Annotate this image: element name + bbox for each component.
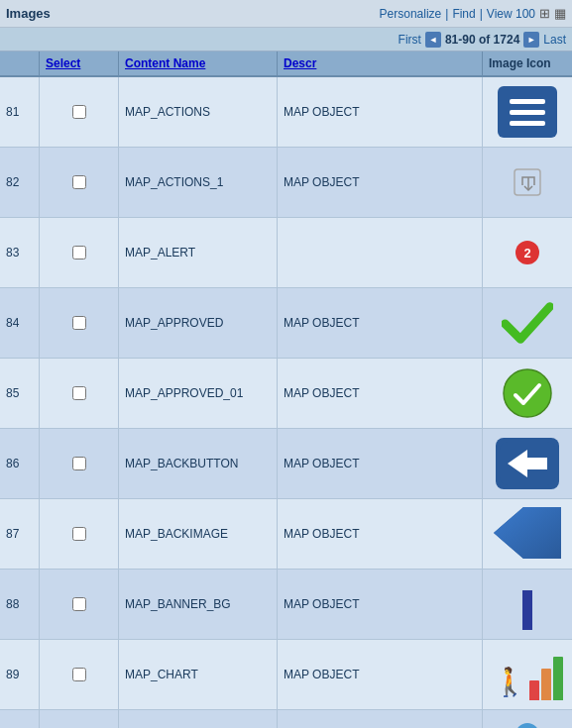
table-row: 87MAP_BACKIMAGEMAP OBJECT: [0, 499, 572, 570]
cell-select: [40, 77, 119, 147]
cell-descr: [278, 218, 483, 287]
cell-content-name: MAP_BACKBUTTON: [119, 429, 278, 498]
row-number: 82: [6, 175, 19, 189]
select-checkbox[interactable]: [72, 175, 86, 189]
cell-image-icon: [483, 288, 572, 358]
cell-select: [40, 710, 119, 728]
col-select: Select: [40, 52, 119, 75]
banner-icon: [522, 578, 532, 630]
descr-value: MAP OBJECT: [284, 386, 359, 400]
header-links: Personalize | Find | View 100 ⊞ ▦: [380, 6, 566, 21]
cell-select: [40, 288, 119, 358]
cell-select: [40, 499, 119, 569]
cell-descr: MAP OBJECT: [278, 640, 483, 709]
cell-image-icon: [483, 570, 572, 639]
next-button[interactable]: ►: [523, 32, 539, 48]
content-name-value: MAP_BANNER_BG: [125, 597, 231, 611]
select-checkbox[interactable]: [72, 316, 86, 330]
column-header-row: Select Content Name Descr Image Icon: [0, 52, 572, 77]
select-checkbox[interactable]: [72, 668, 86, 681]
row-number: 83: [6, 246, 19, 260]
svg-rect-0: [515, 169, 540, 195]
table-row: 84MAP_APPROVEDMAP OBJECT: [0, 288, 572, 359]
cell-descr: MAP OBJECT: [278, 570, 483, 639]
cell-image-icon: [483, 499, 572, 569]
back-image-icon: [494, 507, 561, 562]
content-name-value: MAP_BACKBUTTON: [125, 457, 238, 470]
cell-descr: MAP OBJECT: [278, 359, 483, 428]
top-header: Images Personalize | Find | View 100 ⊞ ▦: [0, 0, 572, 28]
view-link[interactable]: View 100: [487, 7, 535, 21]
prev-button[interactable]: ◄: [425, 32, 441, 48]
col-content-name-link[interactable]: Content Name: [125, 56, 205, 70]
cell-num: 88: [0, 570, 40, 639]
descr-value: MAP OBJECT: [284, 597, 359, 611]
cell-image-icon: [483, 710, 572, 728]
cell-select: [40, 218, 119, 287]
table-icon: ▦: [554, 6, 566, 21]
cell-select: [40, 429, 119, 498]
select-checkbox[interactable]: [72, 527, 86, 541]
descr-value: MAP OBJECT: [284, 316, 359, 330]
row-number: 84: [6, 316, 19, 330]
grid-icon: ⊞: [539, 6, 550, 21]
alert-icon: 2: [515, 241, 539, 264]
last-link[interactable]: Last: [543, 33, 566, 47]
cell-num: 87: [0, 499, 40, 569]
col-content-name: Content Name: [119, 52, 278, 75]
content-name-value: MAP_ALERT: [125, 246, 195, 260]
content-name-value: MAP_CHART: [125, 668, 198, 681]
svg-rect-5: [525, 458, 547, 469]
page-title: Images: [6, 6, 51, 21]
cell-image-icon: [483, 77, 572, 147]
table-row: 86MAP_BACKBUTTONMAP OBJECT: [0, 429, 572, 499]
checkmark-circle-icon: [502, 367, 553, 419]
col-descr-link[interactable]: Descr: [284, 56, 316, 70]
cell-content-name: MAP_DELGATE: [119, 710, 278, 728]
cell-image-icon: [483, 148, 572, 217]
row-number: 81: [6, 105, 19, 119]
cell-num: 81: [0, 77, 40, 147]
content-name-value: MAP_APPROVED_01: [125, 386, 243, 400]
select-checkbox[interactable]: [72, 246, 86, 260]
content-name-value: MAP_ACTIONS: [125, 105, 210, 119]
cell-image-icon: 2: [483, 218, 572, 287]
cell-content-name: MAP_APPROVED_01: [119, 359, 278, 428]
cell-content-name: MAP_BACKIMAGE: [119, 499, 278, 569]
table-row: 85MAP_APPROVED_01MAP OBJECT: [0, 359, 572, 429]
cell-descr: MAP OBJECT: [278, 288, 483, 358]
table-row: 82MAP_ACTIONS_1MAP OBJECT: [0, 148, 572, 218]
export-icon: [510, 164, 545, 200]
cell-content-name: MAP_ACTIONS_1: [119, 148, 278, 217]
first-link[interactable]: First: [399, 33, 421, 47]
select-checkbox[interactable]: [72, 386, 86, 400]
content-name-value: MAP_APPROVED: [125, 316, 223, 330]
select-checkbox[interactable]: [72, 105, 86, 119]
cell-select: [40, 570, 119, 639]
back-button-icon: [496, 438, 559, 489]
page-range: 81-90 of 1724: [445, 33, 519, 47]
svg-marker-7: [494, 507, 561, 559]
cell-image-icon: 🚶: [483, 640, 572, 709]
table-body: 81MAP_ACTIONSMAP OBJECT82MAP_ACTIONS_1MA…: [0, 77, 572, 728]
cell-select: [40, 359, 119, 428]
cell-content-name: MAP_ALERT: [119, 218, 278, 287]
table-row: 81MAP_ACTIONSMAP OBJECT: [0, 77, 572, 148]
content-name-value: MAP_ACTIONS_1: [125, 175, 223, 189]
select-checkbox[interactable]: [72, 597, 86, 611]
cell-content-name: MAP_BANNER_BG: [119, 570, 278, 639]
menu-icon: [498, 86, 557, 138]
col-select-link[interactable]: Select: [46, 56, 80, 70]
descr-value: MAP OBJECT: [284, 457, 359, 470]
col-image-icon: Image Icon: [483, 52, 572, 75]
select-checkbox[interactable]: [72, 457, 86, 470]
page-wrapper: Images Personalize | Find | View 100 ⊞ ▦…: [0, 0, 572, 728]
cell-image-icon: [483, 429, 572, 498]
cell-content-name: MAP_ACTIONS: [119, 77, 278, 147]
chart-icon: 🚶: [493, 649, 563, 700]
descr-value: MAP OBJECT: [284, 668, 359, 681]
find-link[interactable]: Find: [452, 7, 475, 21]
descr-value: MAP OBJECT: [284, 527, 359, 541]
personalize-link[interactable]: Personalize: [380, 7, 442, 21]
content-name-value: MAP_BACKIMAGE: [125, 527, 228, 541]
